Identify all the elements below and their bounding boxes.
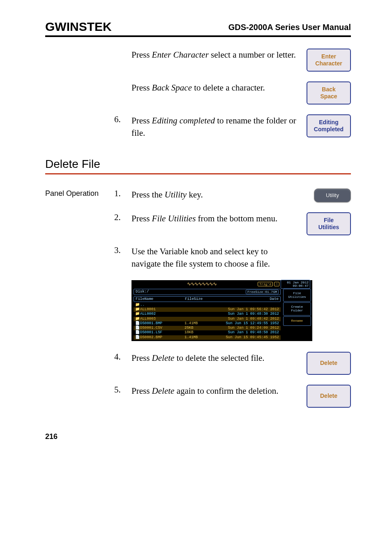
softkey-button[interactable]: EnterCharacter bbox=[307, 49, 351, 72]
step-text: Press Back Space to delete a character. bbox=[131, 81, 302, 94]
softkey-button[interactable]: BackSpace bbox=[307, 81, 351, 104]
folder-icon: 📁 bbox=[135, 303, 140, 307]
file-size: 1.41MB bbox=[184, 321, 221, 326]
file-size: 1.41MB bbox=[184, 335, 221, 340]
panel-operation-label bbox=[45, 245, 114, 246]
step-text: Use the Variable knob and select key to … bbox=[131, 245, 302, 270]
file-size bbox=[184, 307, 221, 312]
file-list-row[interactable]: 📁ALL0003Sun Jan 1 09:48:42 2012 bbox=[134, 317, 281, 321]
heading-rule bbox=[45, 173, 351, 174]
step-text: Press the Utility key. bbox=[131, 188, 302, 201]
file-date: Sun Jan 1 09:48:42 2012 bbox=[221, 317, 279, 321]
step-number: 6. bbox=[114, 114, 131, 125]
softkey-button[interactable]: EditingCompleted bbox=[307, 114, 351, 137]
file-name: DS0002.BMP bbox=[140, 335, 184, 340]
side-softkey[interactable]: Rename bbox=[283, 316, 311, 326]
brand-logo: GWINSTEK bbox=[45, 20, 112, 34]
folder-icon: 📁 bbox=[135, 317, 140, 321]
side-softkey[interactable]: File Utilities bbox=[283, 289, 311, 302]
file-size: 25KB bbox=[184, 326, 221, 330]
file-name: ALL0003 bbox=[140, 317, 184, 321]
file-size bbox=[184, 317, 221, 321]
softkey-button[interactable]: FileUtilities bbox=[307, 212, 351, 235]
file-name: .. bbox=[140, 303, 184, 307]
file-name: DS0001.CSV bbox=[140, 326, 184, 330]
file-list-row[interactable]: 📄DS0002.BMP1.41MBSun Jun 15 09:45:45 195… bbox=[134, 335, 281, 340]
file-date: Sun Jan 1 09:48:30 2012 bbox=[221, 312, 279, 316]
file-list-row[interactable]: 📄DS0001.LSF18KBSun Jan 1 09:48:50 2012 bbox=[134, 330, 281, 335]
file-size: 18KB bbox=[184, 330, 221, 335]
folder-icon: 📁 bbox=[135, 312, 140, 316]
file-date: Sun Jan 1 09:56:42 2012 bbox=[221, 307, 279, 312]
waveform-icon: ∿∿∿∿∿∿∿∿ bbox=[146, 281, 258, 287]
file-icon: 📄 bbox=[135, 321, 140, 326]
file-list-header: FileName FileSize Date bbox=[134, 296, 281, 302]
step-number: 2. bbox=[114, 212, 131, 223]
file-list-row[interactable]: 📁ALL0001Sun Jan 1 09:56:42 2012 bbox=[134, 307, 281, 312]
step-text: Press Editing completed to rename the fo… bbox=[131, 114, 302, 139]
side-softkey[interactable]: Create Folder bbox=[283, 302, 311, 316]
file-name: DS0001.BMP bbox=[140, 321, 184, 326]
panel-operation-label bbox=[45, 212, 114, 213]
file-name: ALL0002 bbox=[140, 312, 184, 316]
step-number: 3. bbox=[114, 245, 131, 255]
softkey-button[interactable]: Delete bbox=[307, 385, 351, 408]
step-text: Press Delete to delete the selected file… bbox=[131, 352, 302, 364]
file-date: Sun Jan 1 09:48:50 2012 bbox=[221, 330, 279, 335]
page-number: 216 bbox=[45, 432, 351, 441]
step-number: 1. bbox=[114, 188, 131, 199]
file-list-row[interactable]: 📄DS0001.BMP1.41MBSun Jun 15 12:49:55 195… bbox=[134, 321, 281, 326]
file-system-screenshot: ∿∿∿∿∿∿∿∿ Trig'd ⎍ 01 Jan 2012 09:06:47 D… bbox=[131, 280, 312, 341]
page-header: GWINSTEK GDS-2000A Series User Manual bbox=[45, 20, 351, 37]
step-text: Press Delete again to confirm the deleti… bbox=[131, 385, 302, 397]
file-icon: 📄 bbox=[135, 330, 140, 335]
datetime-box: 01 Jan 2012 09:06:47 bbox=[281, 280, 310, 289]
step-text: Press Enter Character select a number or… bbox=[131, 49, 302, 61]
file-date bbox=[221, 303, 279, 307]
file-icon: 📄 bbox=[135, 335, 140, 340]
trigger-edge-icon: ⎍ bbox=[274, 282, 279, 286]
file-list-row[interactable]: 📁ALL0002Sun Jan 1 09:48:30 2012 bbox=[134, 312, 281, 316]
file-icon: 📄 bbox=[135, 326, 140, 330]
panel-operation-label: Panel Operation bbox=[45, 188, 114, 198]
logo-text: GWINSTEK bbox=[45, 20, 112, 34]
file-date: Sun Jan 1 09:24:09 2012 bbox=[221, 326, 279, 330]
section-heading-delete-file: Delete File bbox=[45, 158, 351, 171]
disk-path: Disk:/ bbox=[136, 290, 149, 294]
hardkey-button[interactable]: Utility bbox=[314, 188, 351, 202]
file-size bbox=[184, 303, 221, 307]
file-date: Sun Jun 15 12:49:55 1952 bbox=[221, 321, 279, 326]
step-number: 5. bbox=[114, 385, 131, 395]
file-list-row[interactable]: 📁.. bbox=[134, 303, 281, 307]
file-date: Sun Jun 15 09:45:45 1952 bbox=[221, 335, 279, 340]
free-size: FreeSize:61.7GM bbox=[246, 290, 279, 294]
manual-title: GDS-2000A Series User Manual bbox=[228, 23, 351, 34]
step-number: 4. bbox=[114, 352, 131, 362]
file-size bbox=[184, 312, 221, 316]
softkey-button[interactable]: Delete bbox=[307, 352, 351, 375]
folder-icon: 📁 bbox=[135, 307, 140, 312]
file-list-row[interactable]: 📄DS0001.CSV25KBSun Jan 1 09:24:09 2012 bbox=[134, 326, 281, 330]
step-text: Press File Utilities from the bottom men… bbox=[131, 212, 302, 225]
file-name: ALL0001 bbox=[140, 307, 184, 312]
trigger-badge: Trig'd bbox=[258, 282, 273, 286]
file-name: DS0001.LSF bbox=[140, 330, 184, 335]
